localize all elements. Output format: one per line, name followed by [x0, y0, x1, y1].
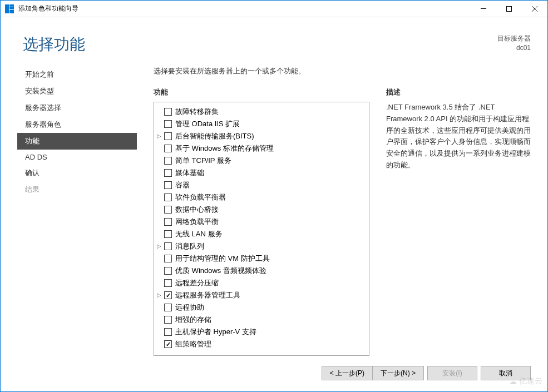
target-info: 目标服务器 dc01 — [497, 34, 531, 53]
feature-label: 软件负载平衡器 — [175, 192, 226, 203]
watermark: ☁ 亿速云 — [509, 376, 542, 386]
next-button[interactable]: 下一步(N) > — [372, 366, 424, 380]
close-button[interactable] — [522, 1, 547, 17]
svg-rect-5 — [507, 6, 512, 11]
feature-item[interactable]: ▷用于结构管理的 VM 防护工具 — [155, 252, 367, 265]
sidebar-item-server-selection[interactable]: 服务器选择 — [17, 100, 137, 116]
feature-label: 优质 Windows 音频视频体验 — [175, 265, 266, 276]
feature-label: 远程差分压缩 — [175, 277, 219, 289]
feature-checkbox[interactable] — [164, 181, 172, 189]
feature-label: 故障转移群集 — [175, 106, 219, 117]
page-title: 选择功能 — [23, 34, 497, 55]
feature-label: 简单 TCP/IP 服务 — [175, 155, 231, 166]
page-header: 选择功能 目标服务器 dc01 — [1, 17, 547, 55]
description-heading: 描述 — [386, 87, 531, 97]
features-list[interactable]: ▷故障转移群集▷管理 OData IIS 扩展▷后台智能传输服务(BITS)▷基… — [154, 102, 369, 356]
svg-rect-0 — [5, 4, 9, 13]
feature-checkbox[interactable] — [164, 108, 172, 116]
feature-checkbox[interactable] — [164, 291, 172, 299]
window-controls — [471, 1, 547, 17]
sidebar-item-server-roles[interactable]: 服务器角色 — [17, 116, 137, 133]
feature-label: 增强的存储 — [175, 314, 211, 325]
feature-item[interactable]: ▷软件负载平衡器 — [155, 191, 367, 204]
app-icon — [5, 4, 14, 13]
expand-icon[interactable]: ▷ — [155, 290, 163, 301]
feature-checkbox[interactable] — [164, 218, 172, 226]
nav-button-group: < 上一步(P) 下一步(N) > — [322, 366, 424, 380]
columns: 功能 ▷故障转移群集▷管理 OData IIS 扩展▷后台智能传输服务(BITS… — [154, 87, 531, 356]
svg-rect-4 — [481, 8, 486, 9]
sidebar-item-features[interactable]: 功能 — [17, 133, 137, 150]
wizard-steps-sidebar: 开始之前 安装类型 服务器选择 服务器角色 功能 AD DS 确认 结果 — [17, 66, 137, 356]
feature-checkbox[interactable] — [164, 304, 172, 311]
watermark-icon: ☁ — [509, 377, 517, 386]
feature-item[interactable]: ▷无线 LAN 服务 — [155, 228, 367, 240]
feature-checkbox[interactable] — [164, 242, 172, 250]
feature-item[interactable]: ▷主机保护者 Hyper-V 支持 — [155, 326, 367, 338]
feature-label: 网络负载平衡 — [175, 216, 219, 227]
feature-checkbox[interactable] — [164, 157, 172, 165]
expand-icon[interactable]: ▷ — [155, 131, 163, 142]
sidebar-item-before-begin[interactable]: 开始之前 — [17, 66, 137, 83]
minimize-button[interactable] — [471, 1, 496, 17]
content-area: 选择功能 目标服务器 dc01 开始之前 安装类型 服务器选择 服务器角色 功能… — [1, 17, 547, 391]
feature-checkbox[interactable] — [164, 255, 172, 262]
feature-item[interactable]: ▷简单 TCP/IP 服务 — [155, 155, 367, 167]
feature-item[interactable]: ▷媒体基础 — [155, 167, 367, 179]
feature-item[interactable]: ▷数据中心桥接 — [155, 204, 367, 216]
feature-item[interactable]: ▷组策略管理 — [155, 338, 367, 350]
feature-item[interactable]: ▷基于 Windows 标准的存储管理 — [155, 142, 367, 155]
feature-item[interactable]: ▷增强的存储 — [155, 314, 367, 326]
feature-checkbox[interactable] — [164, 145, 172, 152]
feature-label: 组策略管理 — [175, 339, 211, 350]
svg-rect-3 — [9, 10, 14, 13]
feature-item[interactable]: ▷容器 — [155, 179, 367, 191]
titlebar: 添加角色和功能向导 — [1, 1, 547, 17]
feature-item[interactable]: ▷消息队列 — [155, 240, 367, 252]
feature-item[interactable]: ▷网络负载平衡 — [155, 216, 367, 228]
sidebar-item-install-type[interactable]: 安装类型 — [17, 83, 137, 100]
feature-label: 远程服务器管理工具 — [175, 290, 240, 301]
maximize-button[interactable] — [496, 1, 522, 17]
feature-checkbox[interactable] — [164, 206, 172, 214]
previous-button[interactable]: < 上一步(P) — [322, 366, 372, 380]
feature-label: 用于结构管理的 VM 防护工具 — [175, 253, 270, 264]
feature-label: 基于 Windows 标准的存储管理 — [175, 143, 274, 154]
feature-label: 容器 — [175, 180, 190, 191]
description-text: .NET Framework 3.5 结合了 .NET Framework 2.… — [386, 102, 531, 171]
feature-checkbox[interactable] — [164, 267, 172, 275]
features-heading: 功能 — [154, 87, 369, 97]
feature-checkbox[interactable] — [164, 193, 172, 201]
body-row: 开始之前 安装类型 服务器选择 服务器角色 功能 AD DS 确认 结果 选择要… — [1, 55, 547, 356]
feature-checkbox[interactable] — [164, 328, 172, 336]
feature-checkbox[interactable] — [164, 340, 172, 348]
feature-item[interactable]: ▷优质 Windows 音频视频体验 — [155, 265, 367, 277]
feature-checkbox[interactable] — [164, 230, 172, 238]
watermark-text: 亿速云 — [519, 376, 542, 386]
feature-item[interactable]: ▷远程差分压缩 — [155, 277, 367, 289]
window-title: 添加角色和功能向导 — [18, 4, 471, 13]
expand-icon[interactable]: ▷ — [155, 241, 163, 252]
feature-item[interactable]: ▷后台智能传输服务(BITS) — [155, 130, 367, 142]
feature-label: 媒体基础 — [175, 167, 204, 178]
sidebar-item-results: 结果 — [17, 181, 137, 198]
sidebar-item-adds[interactable]: AD DS — [17, 150, 137, 165]
svg-rect-2 — [9, 7, 14, 9]
feature-label: 主机保护者 Hyper-V 支持 — [175, 326, 256, 338]
feature-label: 后台智能传输服务(BITS) — [175, 131, 254, 142]
feature-item[interactable]: ▷远程协助 — [155, 301, 367, 314]
target-server-name: dc01 — [497, 43, 531, 53]
feature-checkbox[interactable] — [164, 279, 172, 287]
feature-item[interactable]: ▷远程服务器管理工具 — [155, 289, 367, 301]
feature-checkbox[interactable] — [164, 169, 172, 177]
wizard-window: 添加角色和功能向导 选择功能 目标服务器 dc01 开始之前 安装类型 服务器选… — [0, 0, 548, 392]
feature-item[interactable]: ▷故障转移群集 — [155, 106, 367, 118]
feature-checkbox[interactable] — [164, 120, 172, 128]
target-server-label: 目标服务器 — [497, 34, 531, 43]
feature-checkbox[interactable] — [164, 132, 172, 140]
feature-checkbox[interactable] — [164, 316, 172, 324]
features-column: 功能 ▷故障转移群集▷管理 OData IIS 扩展▷后台智能传输服务(BITS… — [154, 87, 369, 356]
feature-item[interactable]: ▷管理 OData IIS 扩展 — [155, 118, 367, 130]
sidebar-item-confirm[interactable]: 确认 — [17, 165, 137, 181]
feature-label: 消息队列 — [175, 241, 204, 252]
